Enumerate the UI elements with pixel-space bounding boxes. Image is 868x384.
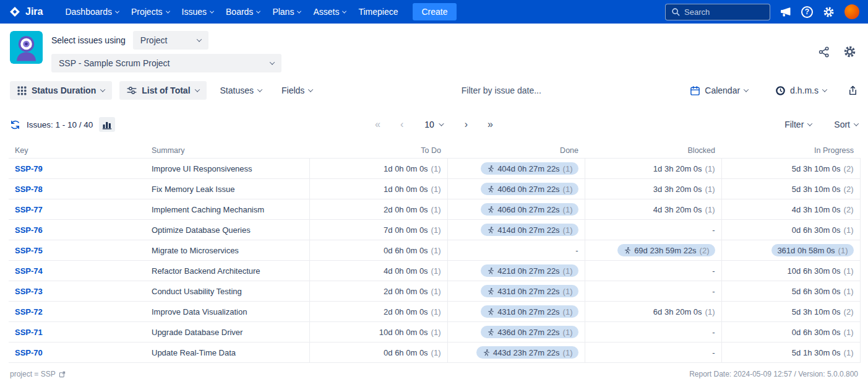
inprogress-duration-cell: 5d 3h 10m 0s(2) [721,302,860,322]
jql-filter-label: project = SSP [10,370,56,378]
nav-item-label: Assets [313,7,339,17]
next-page-button[interactable]: › [461,120,471,129]
report-meta-label: Report Date: 2024-05-09 12:57 / Version:… [689,370,858,378]
chevron-down-icon [822,87,827,92]
running-status-icon [482,349,490,357]
nav-item-timepiece[interactable]: Timepiece [352,2,404,22]
create-button[interactable]: Create [413,3,456,20]
report-type-dropdown[interactable]: Status Duration [10,81,112,100]
jql-filter-link[interactable]: project = SSP [10,370,66,378]
duration-value: 7d 0h 0m 0s(1) [384,225,440,235]
done-duration-cell: 431d 0h 27m 22s(1) [447,302,585,322]
chevron-down-icon [439,121,444,126]
running-status-icon [486,328,494,336]
search-input[interactable] [684,7,758,17]
page-size-value: 10 [424,120,434,129]
issue-key-link[interactable]: SSP-76 [15,225,43,235]
issue-key-cell: SSP-75 [9,240,145,261]
nav-item-projects[interactable]: Projects [125,2,176,22]
issue-key-link[interactable]: SSP-71 [15,328,43,337]
column-header-blocked[interactable]: Blocked [585,143,721,159]
column-header-summary[interactable]: Summary [145,143,309,159]
calendar-icon [690,85,700,96]
export-icon [848,85,858,96]
issue-key-link[interactable]: SSP-75 [15,246,43,255]
column-header-done[interactable]: Done [447,143,585,159]
settings-button[interactable] [822,6,835,19]
brand-label: Jira [25,6,43,17]
statuses-dropdown[interactable]: Statuses [214,81,268,100]
chevron-down-icon [256,9,260,13]
issue-key-link[interactable]: SSP-74 [15,266,43,276]
issue-key-link[interactable]: SSP-72 [15,307,43,316]
fields-dropdown[interactable]: Fields [275,81,319,100]
column-header-key[interactable]: Key [9,143,145,159]
issue-date-filter[interactable]: Filter by issue date... [326,85,676,95]
pagination-bar: Issues: 1 - 10 / 40 « ‹ 10 › » Filter So… [0,107,868,143]
duration-value: 1d 0h 0m 0s(1) [384,185,440,194]
nav-item-issues[interactable]: Issues [176,2,220,22]
issue-row-ssp-78: SSP-78Fix Memory Leak Issue1d 0h 0m 0s(1… [9,179,860,199]
export-button[interactable] [848,85,858,96]
nav-item-label: Issues [182,7,207,17]
issue-key-link[interactable]: SSP-70 [15,348,43,357]
issues-table: Key Summary To Do Done Blocked In Progre… [9,143,861,363]
issue-key-link[interactable]: SSP-79 [15,164,43,173]
share-button[interactable] [818,46,830,58]
first-page-button[interactable]: « [371,120,384,129]
view-dropdown[interactable]: List of Total [119,81,206,100]
nav-item-label: Plans [272,7,294,17]
column-header-inprogress[interactable]: In Progress [721,143,860,159]
duration-value: 0d 6h 30m 0s(1) [792,225,854,235]
chart-view-button[interactable] [99,117,115,132]
refresh-button[interactable] [10,120,20,130]
duration-value: 5d 1h 30m 0s(1) [792,348,854,357]
sort-dropdown[interactable]: Sort [834,115,858,134]
time-format-dropdown[interactable]: d.h.m.s [769,81,833,100]
jira-brand[interactable]: Jira [9,6,43,18]
nav-item-assets[interactable]: Assets [307,2,352,22]
top-navbar: Jira DashboardsProjectsIssuesBoardsPlans… [0,0,868,24]
help-button[interactable]: ? [801,6,813,18]
nav-item-label: Dashboards [65,7,112,17]
column-header-todo[interactable]: To Do [309,143,447,159]
issue-key-link[interactable]: SSP-73 [15,287,43,296]
empty-value: - [712,287,715,296]
empty-value: - [712,266,715,276]
feedback-megaphone-button[interactable] [780,6,792,18]
issue-key-link[interactable]: SSP-78 [15,185,43,194]
blocked-duration-cell: - [585,220,721,240]
inprogress-duration-cell: 0d 6h 30m 0s(1) [721,322,860,343]
issue-key-cell: SSP-79 [9,159,145,179]
last-page-button[interactable]: » [484,120,497,129]
duration-value: 0d 6h 0m 0s(1) [384,246,440,255]
duration-value-highlighted: 421d 0h 27m 22s(1) [481,264,578,277]
issue-source-value: Project [140,35,168,45]
report-settings-button[interactable] [843,45,857,59]
nav-item-dashboards[interactable]: Dashboards [59,2,125,22]
nav-item-boards[interactable]: Boards [220,2,266,22]
clock-icon [775,85,786,96]
nav-item-plans[interactable]: Plans [266,2,307,22]
chevron-down-icon [807,121,812,126]
duration-value-highlighted: 443d 23h 27m 22s(1) [476,346,578,359]
prev-page-button[interactable]: ‹ [397,120,407,129]
issue-source-dropdown[interactable]: Project [133,31,208,50]
bar-chart-icon [102,120,112,129]
nav-search[interactable] [665,4,770,20]
calendar-dropdown[interactable]: Calendar [684,81,754,100]
filter-dropdown[interactable]: Filter [784,115,812,134]
inprogress-duration-cell: 4d 3h 10m 0s(2) [721,199,860,220]
todo-duration-cell: 7d 0h 0m 0s(1) [309,220,447,240]
sort-label: Sort [834,120,850,129]
issue-summary-cell: Fix Memory Leak Issue [145,179,309,199]
issue-key-link[interactable]: SSP-77 [15,205,43,214]
project-dropdown[interactable]: SSP - Sample Scrum Project [51,54,281,72]
user-avatar[interactable] [844,4,859,19]
page-size-dropdown[interactable]: 10 [419,118,449,131]
todo-duration-cell: 1d 0h 0m 0s(1) [309,179,447,199]
report-toolbar: Status Duration List of Total Statuses F… [0,77,868,107]
duration-value: 3d 3h 20m 0s(1) [653,185,715,194]
done-duration-cell: 404d 0h 27m 22s(1) [447,159,585,179]
chevron-down-icon [854,121,859,126]
